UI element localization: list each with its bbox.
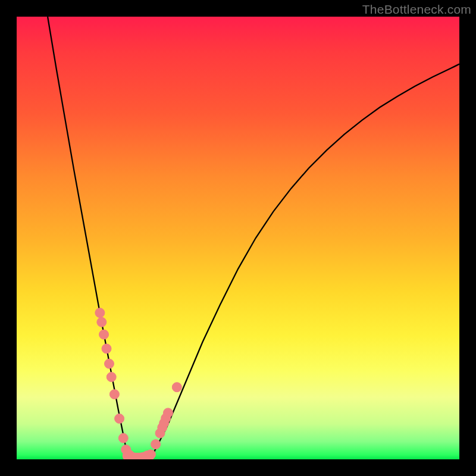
data-point xyxy=(115,414,124,424)
chart-frame: TheBottleneck.com xyxy=(0,0,476,476)
data-point xyxy=(95,308,105,318)
bottleneck-curve xyxy=(48,17,459,459)
chart-svg xyxy=(17,17,459,459)
plot-area xyxy=(17,17,459,459)
data-point xyxy=(102,344,111,353)
watermark-text: TheBottleneck.com xyxy=(362,2,471,17)
data-point xyxy=(97,317,107,327)
data-point xyxy=(118,433,128,443)
data-point xyxy=(163,408,173,418)
data-point xyxy=(109,390,119,399)
data-point xyxy=(151,440,161,449)
data-point xyxy=(107,372,116,382)
highlighted-points xyxy=(95,308,181,459)
data-point xyxy=(99,330,109,339)
data-point xyxy=(146,450,155,459)
data-point xyxy=(172,383,181,392)
data-point xyxy=(105,359,114,368)
